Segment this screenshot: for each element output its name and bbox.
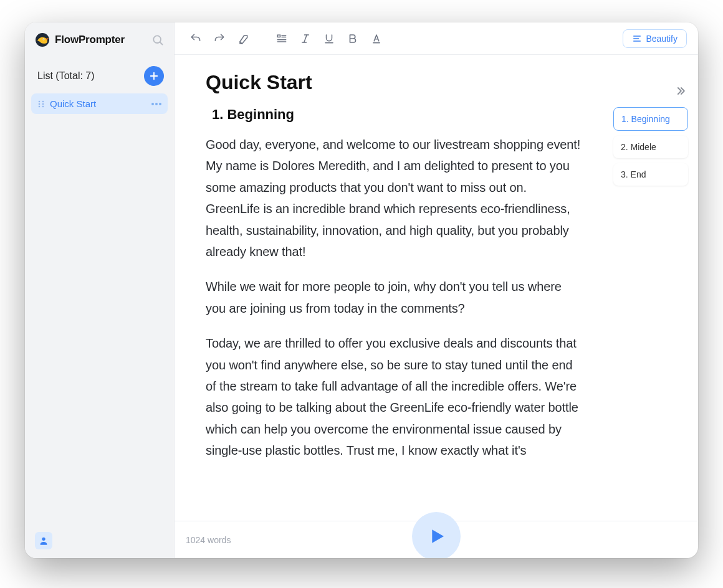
svg-point-8 bbox=[42, 100, 44, 102]
content-wrap: Quick Start 1. Beginning Good day, every… bbox=[175, 55, 698, 521]
beautify-button[interactable]: Beautify bbox=[623, 29, 687, 48]
editor[interactable]: Quick Start 1. Beginning Good day, every… bbox=[175, 55, 613, 521]
add-button[interactable] bbox=[144, 66, 164, 86]
clear-format-button[interactable] bbox=[233, 29, 253, 49]
list-items: Quick Start bbox=[25, 93, 174, 114]
sidebar-header: FlowPrompter bbox=[25, 22, 174, 55]
svg-line-4 bbox=[160, 42, 163, 45]
toolbar: Beautify bbox=[175, 22, 698, 55]
bold-button[interactable] bbox=[343, 29, 363, 49]
svg-point-12 bbox=[42, 105, 44, 107]
text-color-button[interactable] bbox=[366, 29, 386, 49]
list-title: List (Total: 7) bbox=[37, 70, 95, 82]
underline-button[interactable] bbox=[319, 29, 339, 49]
play-button[interactable] bbox=[412, 512, 461, 559]
document-title: Quick Start bbox=[206, 71, 582, 94]
sidebar: FlowPrompter List (Total: 7) bbox=[25, 22, 175, 558]
redo-button[interactable] bbox=[209, 29, 229, 49]
footer-bar: 1024 words bbox=[175, 521, 698, 558]
heading-button[interactable] bbox=[272, 29, 292, 49]
search-icon[interactable] bbox=[151, 34, 164, 46]
brand: FlowPrompter bbox=[35, 32, 125, 47]
outline-item-middle[interactable]: 2. Midele bbox=[613, 136, 688, 158]
user-avatar-icon[interactable] bbox=[35, 532, 52, 549]
svg-point-13 bbox=[42, 538, 45, 541]
paragraph: Today, we are thrilled to offer you excl… bbox=[206, 333, 582, 461]
paragraph: Good day, everyone, and welcome to our l… bbox=[206, 134, 582, 262]
paragraph: While we wait for more people to join, w… bbox=[206, 276, 582, 319]
outline-item-end[interactable]: 3. End bbox=[613, 163, 688, 186]
undo-button[interactable] bbox=[186, 29, 206, 49]
outline-item-label: 3. End bbox=[621, 169, 646, 179]
collapse-outline-icon[interactable] bbox=[613, 85, 688, 97]
italic-button[interactable] bbox=[295, 29, 315, 49]
outline-list: 1. Beginning 2. Midele 3. End bbox=[613, 107, 688, 186]
outline-item-label: 1. Beginning bbox=[621, 114, 670, 124]
sidebar-footer bbox=[25, 523, 174, 558]
svg-point-7 bbox=[39, 100, 41, 102]
more-icon[interactable] bbox=[151, 103, 161, 105]
svg-point-10 bbox=[42, 103, 44, 105]
main: Beautify Quick Start 1. Beginning Good d… bbox=[175, 22, 698, 558]
list-item-label: Quick Start bbox=[50, 98, 96, 109]
svg-point-11 bbox=[39, 105, 41, 107]
list-item-quick-start[interactable]: Quick Start bbox=[31, 93, 168, 114]
outline-item-beginning[interactable]: 1. Beginning bbox=[613, 107, 688, 131]
svg-rect-14 bbox=[277, 35, 280, 37]
svg-point-2 bbox=[43, 39, 44, 39]
svg-marker-28 bbox=[432, 529, 444, 543]
outline-item-label: 2. Midele bbox=[621, 142, 656, 152]
beautify-label: Beautify bbox=[646, 34, 678, 44]
app-window: FlowPrompter List (Total: 7) bbox=[25, 22, 698, 558]
drag-handle-icon[interactable] bbox=[37, 100, 45, 108]
word-count: 1024 words bbox=[186, 535, 231, 545]
outline-panel: 1. Beginning 2. Midele 3. End bbox=[613, 55, 698, 521]
beautify-icon bbox=[632, 34, 642, 44]
brand-name: FlowPrompter bbox=[55, 34, 125, 46]
svg-line-21 bbox=[304, 35, 307, 42]
brand-logo-icon bbox=[35, 32, 50, 47]
list-header: List (Total: 7) bbox=[25, 55, 174, 93]
svg-point-9 bbox=[39, 103, 41, 105]
section-heading: 1. Beginning bbox=[212, 107, 582, 123]
list-item-left: Quick Start bbox=[37, 98, 96, 109]
